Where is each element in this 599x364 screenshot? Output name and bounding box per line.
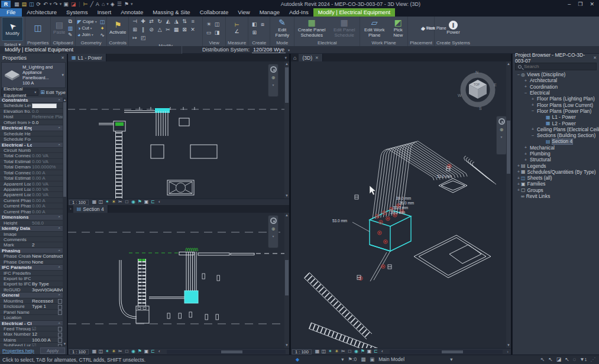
tree-expander[interactable]: −	[530, 133, 535, 138]
modify-tool-icon[interactable]: ▦	[172, 25, 180, 34]
qat-icon[interactable]: |	[79, 1, 80, 8]
tree-expander[interactable]: +	[516, 176, 521, 181]
geometry-tool-icon[interactable]: ◫	[100, 19, 105, 25]
measure-tool-icon[interactable]: ∠	[235, 28, 239, 34]
chevron-down-icon[interactable]: ▾	[61, 73, 64, 77]
property-row[interactable]: Panel Name	[0, 310, 63, 315]
tree-item[interactable]: + Floor Plans (Lighting Plan)	[513, 96, 599, 102]
activate-button[interactable]: ⚑ Activate	[109, 21, 126, 35]
tree-expander[interactable]: +	[516, 163, 521, 168]
tree-item[interactable]: + ▦ Schedules/Quantities (By Type)	[513, 169, 599, 175]
view-control-icon[interactable]: ⚑	[137, 199, 143, 205]
design-options-icon[interactable]: ▣	[370, 356, 374, 362]
view-control-icon[interactable]: □	[124, 199, 130, 205]
tree-expander[interactable]: −	[530, 108, 535, 113]
panel-label-measure[interactable]: Measure	[226, 40, 248, 46]
qat-icon[interactable]: ⚑	[124, 1, 129, 8]
tree-item[interactable]: + Architectural	[513, 77, 599, 83]
property-row[interactable]: Elevation fro... 0.0	[0, 109, 63, 114]
qat-icon[interactable]: ◈	[111, 1, 115, 8]
create-tool-icon[interactable]: ◧	[250, 20, 258, 28]
join-button[interactable]: ◕Join▾	[77, 32, 97, 38]
view-control-icon[interactable]: ✂	[117, 199, 124, 205]
tree-expander[interactable]: +	[516, 181, 521, 187]
tree-item[interactable]: + Coordination	[513, 84, 599, 90]
tree-item[interactable]: ▤ Section 4	[513, 138, 599, 144]
property-row[interactable]: Max Number ... 12	[0, 332, 63, 337]
view-control-icon[interactable]: ⊏	[150, 349, 156, 355]
qat-icon[interactable]: ↷	[53, 1, 58, 8]
3d-horizontal-scrollbar[interactable]	[390, 350, 503, 354]
view-control-icon[interactable]: ⊏	[150, 199, 156, 205]
tree-expander[interactable]: −	[523, 90, 528, 96]
modify-tool-icon[interactable]: ◭	[164, 17, 172, 25]
panel-label-mode[interactable]: Mode	[270, 40, 294, 46]
section-vertical-scrollbar[interactable]: ▲ ▼	[284, 213, 289, 348]
tab-close-icon[interactable]: ✕	[315, 56, 319, 60]
view-control-icon[interactable]: ⚑	[137, 349, 143, 355]
view-control-icon[interactable]: ✂	[340, 349, 347, 355]
edit-type-button[interactable]: ⊞ Edit Type	[40, 89, 66, 95]
revit-app-icon[interactable]: R	[1, 1, 11, 8]
view-control-icon[interactable]: ✶	[104, 349, 111, 355]
properties-close-icon[interactable]: ✕	[61, 56, 64, 60]
property-row[interactable]: General	[0, 292, 63, 298]
steering-wheel-icon[interactable]	[270, 66, 277, 73]
modify-tool-icon[interactable]: ✂	[164, 25, 172, 34]
selection-toggle-icon[interactable]: ◪	[556, 356, 562, 362]
view-control-icon[interactable]: ✶	[327, 349, 334, 355]
qat-icon[interactable]: ▾	[131, 1, 133, 8]
property-row[interactable]: Constraints	[0, 98, 63, 103]
chevron-icon[interactable]: ▾	[341, 356, 344, 362]
scale-button[interactable]: 1 : 100	[69, 200, 89, 205]
selection-toggle-icon[interactable]: ↖	[565, 356, 569, 362]
measure-tool-icon[interactable]: ⊢	[235, 22, 239, 28]
property-row[interactable]: IFC Predefine...	[0, 271, 63, 276]
qat-icon[interactable]: ▾	[50, 1, 52, 8]
tree-item[interactable]: + Floor Plans (Low Current)	[513, 102, 599, 108]
view-control-icon[interactable]: ‹	[379, 349, 386, 355]
qat-icon[interactable]: ⌂	[102, 1, 105, 8]
distribution-system-select[interactable]: 120/208 Wye	[252, 47, 286, 53]
property-row[interactable]: Electrical - Loads	[0, 142, 63, 148]
qat-icon[interactable]: ▦	[14, 1, 20, 8]
selection-toggle-icon[interactable]: ↖	[540, 356, 545, 362]
view-tab-section-4[interactable]: ▤ Section 4	[73, 205, 108, 213]
tree-item[interactable]: + Plumbing	[513, 151, 599, 157]
modify-tool-icon[interactable]: △	[156, 25, 164, 34]
ribbon-tab[interactable]: Massing & Site	[148, 8, 195, 17]
modify-tool-icon[interactable]: ◮	[172, 17, 180, 25]
tab-list-menu-icon[interactable]: ▾	[284, 56, 289, 60]
qat-icon[interactable]: ◫	[29, 1, 34, 8]
modify-tool-icon[interactable]: ⇄	[147, 17, 156, 25]
property-row[interactable]: IFC Parameters	[0, 265, 63, 270]
qat-icon[interactable]: ▣	[63, 1, 69, 8]
view-tool-icon[interactable]: ◨	[213, 28, 221, 37]
qat-icon[interactable]: ⟳	[37, 1, 41, 8]
create-tool-icon[interactable]: ⧈	[258, 20, 267, 28]
property-row[interactable]: Mounting Recessed	[0, 298, 63, 304]
browser-search-box[interactable]	[515, 63, 597, 70]
panel-label-create[interactable]: Create	[248, 40, 270, 46]
tree-expander[interactable]: +	[523, 145, 528, 150]
chevron-icon[interactable]: ▾	[450, 356, 452, 362]
filter-icon[interactable]: ▼1	[579, 356, 587, 362]
property-row[interactable]: Mains 100.00 A	[0, 337, 63, 343]
property-row[interactable]: Electrical - Circuiting	[0, 321, 63, 326]
view-control-icon[interactable]: ☀	[334, 349, 340, 355]
qat-icon[interactable]: ☰	[117, 1, 122, 8]
modify-tool-icon[interactable]: ◰	[139, 34, 147, 42]
qat-icon[interactable]: ▾	[106, 1, 109, 8]
property-row[interactable]: Schedule Foot...	[0, 136, 63, 142]
zoom-icon[interactable]: ⊕	[271, 75, 276, 80]
view-tab-3d[interactable]: (3D) ✕	[299, 54, 322, 61]
view-control-icon[interactable]: ✶	[104, 199, 111, 205]
tree-item[interactable]: + Mechanical	[513, 145, 599, 151]
tree-item[interactable]: + Ceiling Plans (Electrical Ceiling Plan…	[513, 126, 599, 132]
tree-item[interactable]: − Floor Plans (Power Plan)	[513, 108, 599, 114]
restore-button[interactable]: ❐	[578, 1, 582, 8]
tree-item[interactable]: + ▢ Groups	[513, 187, 599, 193]
ribbon-tab[interactable]: Insert	[92, 8, 116, 17]
apply-button[interactable]: Apply	[40, 347, 65, 354]
section-viewport[interactable]: ⊕ ▾ ▲ ▼	[68, 213, 289, 348]
